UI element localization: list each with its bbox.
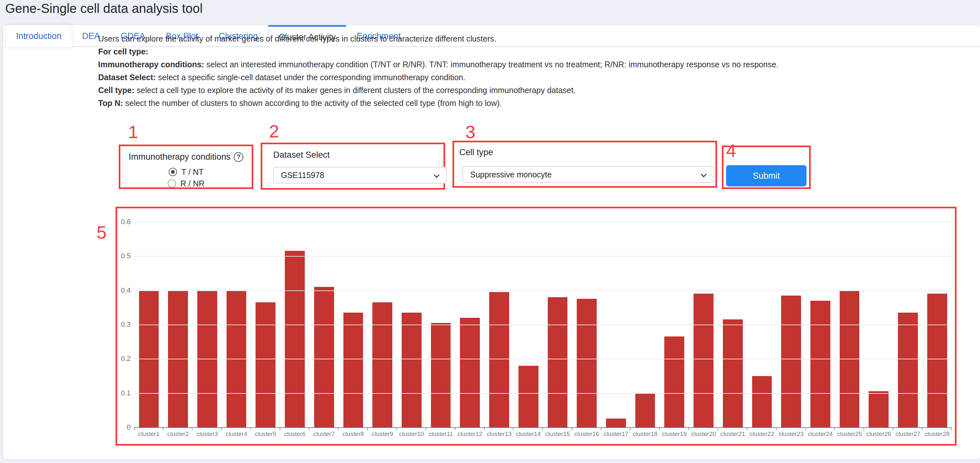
immunotherapy-label-row: Immunotherapy conditions ? [120, 152, 252, 162]
bar-cluster17[interactable] [606, 418, 626, 427]
annotation-number-2: 2 [269, 123, 279, 140]
radio-option-rnr[interactable]: R / NR [120, 178, 252, 189]
bar-cluster7[interactable] [314, 287, 334, 427]
x-axis-tick-label: cluster7 [313, 431, 335, 438]
dataset-select-label: Dataset Select [273, 150, 330, 160]
y-axis-tick-label: 0.1 [108, 390, 130, 397]
y-axis-tick-label: 0.2 [108, 355, 130, 362]
x-axis-tick-label: cluster25 [837, 431, 862, 438]
x-axis-tick-label: cluster12 [458, 431, 482, 438]
question-circle-icon[interactable]: ? [234, 152, 243, 162]
y-axis-tick-label: 0.3 [108, 321, 130, 328]
x-axis-tick-label: cluster27 [896, 431, 920, 438]
description-item: Immunotherapy conditions: select an inte… [98, 58, 778, 71]
x-axis-tick-label: cluster22 [749, 431, 774, 438]
annotation-box-submit: Submit [722, 146, 811, 189]
x-axis-tick-label: cluster18 [633, 431, 657, 438]
bar-cluster19[interactable] [664, 336, 684, 427]
description-item: Top N: select the number of clusters to … [98, 97, 778, 110]
gridline [134, 359, 952, 359]
bar-cluster27[interactable] [898, 313, 918, 427]
x-axis-tick-label: cluster17 [603, 431, 628, 438]
dataset-select-dropdown[interactable]: GSE115978 [273, 167, 447, 183]
dataset-select-value: GSE115978 [281, 171, 324, 180]
x-axis-tick-label: cluster16 [574, 431, 599, 438]
bar-cluster5[interactable] [256, 302, 275, 427]
description-block: Users can explore the activity of marker… [98, 32, 778, 110]
x-axis-tick-label: cluster1 [138, 431, 160, 438]
bar-cluster12[interactable] [460, 318, 480, 427]
x-axis-tick-label: cluster5 [255, 431, 277, 438]
bar-cluster21[interactable] [723, 320, 743, 427]
cell-type-dropdown[interactable]: Suppressive monocyte [463, 166, 714, 183]
annotation-box-chart: cluster1cluster2cluster3cluster4cluster5… [116, 207, 956, 445]
annotation-box-dataset: Dataset Select GSE115978 [261, 143, 445, 189]
x-axis-tick-label: cluster21 [720, 431, 745, 438]
bar-cluster9[interactable] [372, 302, 392, 427]
annotation-number-5: 5 [97, 223, 107, 242]
x-axis-tick-label: cluster6 [284, 431, 306, 438]
y-axis-tick-label: 0.6 [108, 218, 130, 225]
x-axis-tick-label: cluster23 [779, 431, 803, 438]
y-axis-tick-label: 0 [108, 424, 130, 431]
bar-cluster28[interactable] [927, 294, 947, 427]
immunotherapy-radio-group: T / NTR / NR [120, 166, 252, 189]
x-axis-tick-label: cluster20 [691, 431, 716, 438]
x-axis-tick-label: cluster15 [545, 431, 570, 438]
bar-cluster18[interactable] [635, 393, 655, 427]
x-axis-tick-label: cluster2 [167, 431, 189, 438]
x-axis-tick-label: cluster14 [516, 431, 541, 438]
x-axis-tick-label: cluster4 [226, 431, 247, 438]
bar-cluster11[interactable] [431, 323, 451, 427]
page-title: Gene-Single cell data analysis tool [5, 1, 203, 16]
bar-cluster15[interactable] [548, 297, 568, 427]
y-axis-tick-label: 0.5 [108, 253, 130, 259]
gridline [134, 256, 952, 257]
tab-introduction[interactable]: Introduction [6, 25, 72, 47]
radio-selected-icon[interactable] [169, 168, 177, 176]
cell-type-label: Cell type [459, 148, 493, 158]
gridline [134, 290, 952, 291]
bar-cluster10[interactable] [402, 313, 422, 427]
bar-cluster23[interactable] [781, 296, 801, 427]
description-item: Dataset Select: select a specific single… [98, 71, 778, 84]
description-items: Immunotherapy conditions: select an inte… [98, 58, 778, 110]
gridline [134, 393, 952, 394]
bar-cluster6[interactable] [285, 251, 305, 427]
radio-unselected-icon[interactable] [168, 179, 176, 188]
bar-cluster20[interactable] [694, 294, 714, 427]
cluster-activity-bar-chart: cluster1cluster2cluster3cluster4cluster5… [134, 222, 952, 427]
x-axis-tick-label: cluster9 [372, 431, 393, 438]
x-axis-tick-label: cluster8 [342, 431, 364, 438]
annotation-box-immunotherapy: Immunotherapy conditions ? T / NTR / NR [119, 145, 253, 189]
gridline [134, 222, 952, 223]
annotation-number-1: 1 [128, 123, 138, 141]
bar-cluster24[interactable] [810, 301, 830, 427]
annotation-number-3: 3 [465, 123, 476, 141]
x-axis-tick-label: cluster28 [924, 431, 950, 438]
chevron-down-icon [701, 171, 706, 177]
x-axis-tick-label: cluster13 [487, 431, 511, 438]
annotation-box-celltype: Cell type Suppressive monocyte [452, 141, 717, 188]
x-axis-tick-label: cluster19 [662, 431, 687, 438]
cell-type-value: Suppressive monocyte [470, 170, 552, 179]
x-axis-tick-label: cluster11 [429, 431, 453, 438]
description-section-heading: For cell type: [98, 45, 778, 58]
description-intro: Users can explore the activity of marker… [98, 32, 778, 45]
bar-cluster13[interactable] [489, 292, 509, 427]
immunotherapy-conditions-label: Immunotherapy conditions [129, 152, 231, 162]
bar-cluster26[interactable] [869, 391, 889, 427]
x-axis-tick-label: cluster3 [197, 431, 218, 438]
bar-cluster16[interactable] [577, 299, 597, 427]
radio-option-tnt[interactable]: T / NT [120, 166, 252, 178]
y-axis-tick-label: 0.4 [108, 287, 130, 294]
x-axis-tick-label: cluster26 [866, 431, 891, 438]
x-axis-tick-label: cluster10 [399, 431, 424, 438]
bar-cluster22[interactable] [752, 376, 772, 428]
gridline [134, 325, 952, 325]
x-axis-tick-label: cluster24 [808, 431, 833, 438]
bar-cluster14[interactable] [519, 366, 538, 427]
bar-cluster8[interactable] [344, 313, 363, 427]
submit-button[interactable]: Submit [726, 165, 807, 186]
description-item: Cell type: select a cell type to explore… [98, 84, 778, 97]
